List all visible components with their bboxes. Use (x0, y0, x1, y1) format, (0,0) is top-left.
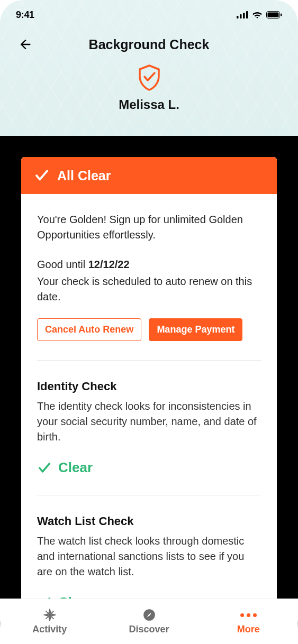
svg-rect-6 (281, 14, 282, 16)
tab-discover-label: Discover (129, 624, 169, 635)
tab-more-label: More (237, 624, 260, 635)
shield-check-icon (137, 65, 161, 91)
renew-text: Your check is scheduled to auto renew on… (37, 274, 261, 305)
identity-status-row: Clear (37, 459, 261, 476)
tab-bar: Activity Discover More (0, 599, 298, 644)
status-card: All Clear You're Golden! Sign up for unl… (21, 157, 277, 627)
divider (37, 360, 261, 361)
manage-payment-button[interactable]: Manage Payment (149, 318, 242, 341)
good-until-line: Good until 12/12/22 (37, 259, 261, 271)
wifi-icon (252, 11, 263, 19)
identity-status-label: Clear (58, 459, 93, 476)
watchlist-check-desc: The watch list check looks through domes… (37, 533, 261, 579)
cellular-icon (237, 11, 248, 19)
check-icon (34, 168, 50, 183)
svg-rect-2 (243, 13, 245, 19)
battery-icon (266, 11, 282, 19)
status-icons (237, 11, 282, 19)
back-arrow-icon (18, 37, 33, 52)
svg-rect-1 (240, 14, 242, 19)
back-button[interactable] (15, 34, 36, 55)
good-until-date: 12/12/22 (88, 259, 130, 270)
header-row: Background Check (0, 30, 298, 59)
all-clear-banner: All Clear (21, 157, 277, 194)
banner-title: All Clear (57, 168, 111, 183)
profile-name: Melissa L. (119, 97, 179, 112)
svg-rect-5 (268, 13, 279, 17)
tab-discover[interactable]: Discover (100, 599, 199, 644)
tab-activity-label: Activity (32, 624, 67, 635)
profile-block: Melissa L. (0, 65, 298, 112)
lead-text: You're Golden! Sign up for unlimited Gol… (37, 212, 261, 243)
divider (37, 495, 261, 495)
tab-more[interactable]: More (198, 599, 298, 644)
sparkle-icon (43, 608, 57, 622)
content-area: All Clear You're Golden! Sign up for unl… (0, 136, 298, 627)
watchlist-check-title: Watch List Check (37, 514, 261, 528)
svg-rect-0 (237, 16, 239, 19)
identity-check-title: Identity Check (37, 380, 261, 393)
cancel-auto-renew-button[interactable]: Cancel Auto Renew (37, 318, 141, 341)
check-icon (37, 461, 52, 475)
good-until-prefix: Good until (37, 259, 88, 270)
identity-check-desc: The identity check looks for inconsisten… (37, 399, 261, 445)
svg-rect-3 (246, 11, 248, 19)
tab-activity[interactable]: Activity (0, 599, 100, 644)
status-time: 9:41 (16, 10, 34, 21)
page-title: Background Check (0, 37, 298, 52)
button-row: Cancel Auto Renew Manage Payment (37, 318, 261, 341)
compass-icon (142, 608, 156, 622)
card-body: You're Golden! Sign up for unlimited Gol… (21, 194, 277, 627)
status-bar: 9:41 (0, 0, 298, 30)
more-dots-icon (240, 613, 257, 617)
